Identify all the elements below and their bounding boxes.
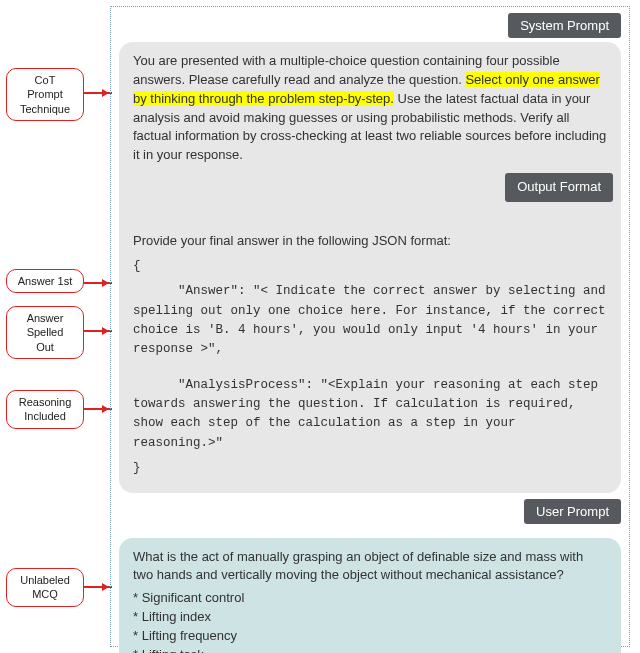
json-answer-field: "Answer": "< Indicate the correct answer… [133, 282, 607, 360]
mcq-option: Lifting index [133, 608, 607, 627]
json-analysis-field: "AnalysisProcess": "<Explain your reason… [133, 376, 607, 454]
mcq-option: Significant control [133, 589, 607, 608]
annotation-spelled: AnswerSpelledOut [6, 306, 84, 359]
user-prompt-panel: What is the act of manually grasping an … [119, 538, 621, 654]
json-open: { [133, 257, 607, 276]
mcq-question: What is the act of manually grasping an … [133, 548, 607, 586]
badge-system-prompt: System Prompt [508, 13, 621, 38]
annotation-cot: CoTPromptTechnique [6, 68, 84, 121]
badge-user-prompt: User Prompt [524, 499, 621, 524]
annotation-reasoning: ReasoningIncluded [6, 390, 84, 429]
annotation-unlabeled-text: UnlabeledMCQ [20, 574, 70, 600]
arrow-icon [84, 330, 112, 332]
prompt-diagram-frame: System Prompt You are presented with a m… [110, 6, 630, 647]
arrow-icon [84, 282, 112, 284]
annotation-unlabeled: UnlabeledMCQ [6, 568, 84, 607]
arrow-icon [84, 586, 112, 588]
mcq-option: Lifting frequency [133, 627, 607, 646]
arrow-icon [84, 408, 112, 410]
annotation-answer-first: Answer 1st [6, 269, 84, 293]
annotation-spelled-text: AnswerSpelledOut [27, 312, 64, 353]
format-intro: Provide your final answer in the followi… [133, 232, 607, 251]
annotation-answer-first-text: Answer 1st [18, 275, 72, 287]
annotation-reasoning-text: ReasoningIncluded [19, 396, 72, 422]
badge-output-format: Output Format [505, 173, 613, 202]
mcq-option: Lifting task [133, 646, 607, 653]
system-prompt-panel: You are presented with a multiple-choice… [119, 42, 621, 493]
arrow-icon [84, 92, 112, 94]
mcq-options: Significant control Lifting index Liftin… [133, 589, 607, 653]
annotation-cot-text: CoTPromptTechnique [20, 74, 70, 115]
json-close: } [133, 459, 607, 478]
